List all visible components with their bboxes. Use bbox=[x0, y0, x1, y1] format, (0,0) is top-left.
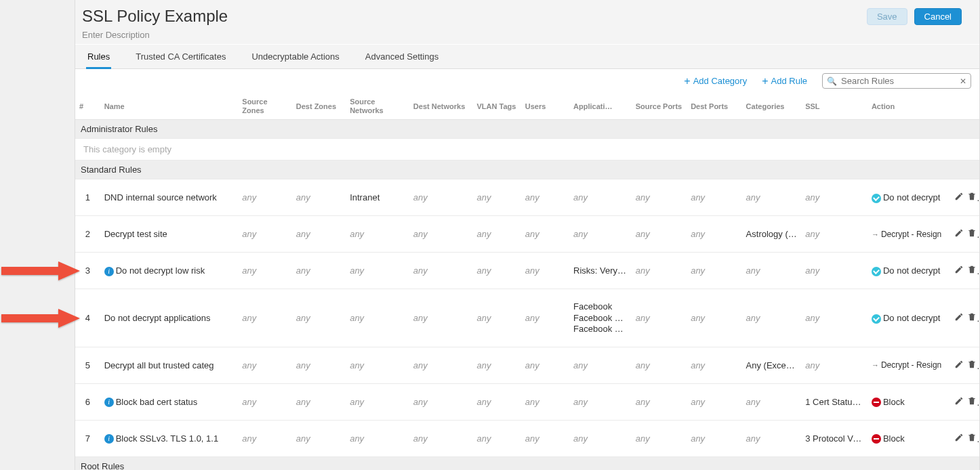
table-row[interactable]: 3iDo not decrypt low riskanyanyanyanyany… bbox=[75, 253, 979, 289]
resign-arrow-icon: → bbox=[872, 230, 879, 238]
info-icon: i bbox=[104, 434, 114, 444]
row-actions bbox=[950, 421, 979, 457]
do-not-decrypt-icon bbox=[872, 267, 881, 276]
table-row[interactable]: 5Decrypt all but trusted categanyanyanya… bbox=[75, 347, 979, 384]
tabs: RulesTrusted CA CertificatesUndecryptabl… bbox=[75, 45, 979, 69]
do-not-decrypt-icon bbox=[872, 194, 881, 203]
table-row[interactable]: 7iBlock SSLv3. TLS 1.0, 1.1anyanyanyanya… bbox=[75, 421, 979, 457]
callout-arrow-icon bbox=[0, 259, 81, 283]
rule-name: Do not decrypt applications bbox=[100, 289, 239, 347]
table-row[interactable]: 4Do not decrypt applicationsanyanyanyany… bbox=[75, 289, 979, 347]
row-actions bbox=[950, 216, 979, 253]
col-vlan: VLAN Tags bbox=[473, 93, 521, 120]
row-actions bbox=[950, 179, 979, 216]
tab-undecrypt[interactable]: Undecryptable Actions bbox=[250, 45, 340, 68]
col-src-zones: Source Zones bbox=[238, 93, 291, 120]
page-title: SSL Policy Example bbox=[82, 7, 228, 26]
block-icon bbox=[872, 434, 881, 444]
save-button[interactable]: Save bbox=[867, 8, 907, 25]
rule-name: iBlock bad cert status bbox=[100, 384, 239, 421]
edit-icon[interactable] bbox=[954, 396, 964, 408]
col-apps: Applicati… bbox=[569, 93, 632, 120]
row-actions bbox=[950, 253, 979, 289]
col-name: Name bbox=[100, 93, 239, 120]
cancel-button[interactable]: Cancel bbox=[914, 8, 962, 25]
delete-icon[interactable] bbox=[967, 228, 977, 240]
col-num: # bbox=[75, 93, 100, 120]
search-icon: 🔍 bbox=[827, 77, 837, 86]
info-icon: i bbox=[104, 398, 114, 407]
add-rule-button[interactable]: + Add Rule bbox=[762, 76, 807, 87]
rule-name: Decrypt all but trusted categ bbox=[100, 347, 239, 384]
col-categories: Categories bbox=[742, 93, 802, 120]
rule-name: Decrypt test site bbox=[100, 216, 239, 253]
tab-trusted[interactable]: Trusted CA Certificates bbox=[134, 45, 227, 68]
description-input[interactable]: Enter Description bbox=[82, 30, 228, 40]
row-actions bbox=[950, 289, 979, 347]
edit-icon[interactable] bbox=[954, 228, 964, 240]
add-category-label: Add Category bbox=[693, 76, 748, 86]
col-ssl: SSL bbox=[801, 93, 867, 120]
page-header: SSL Policy Example Enter Description Sav… bbox=[75, 0, 979, 45]
col-src-nets: Source Networks bbox=[346, 93, 409, 120]
callout-arrow-icon bbox=[0, 306, 81, 330]
add-rule-label: Add Rule bbox=[771, 76, 807, 86]
tab-rules[interactable]: Rules bbox=[86, 45, 111, 68]
search-field[interactable]: 🔍 ✕ bbox=[822, 73, 971, 89]
edit-icon[interactable] bbox=[954, 433, 964, 444]
col-dest-ports: Dest Ports bbox=[687, 93, 741, 120]
action-cell: Do not decrypt bbox=[867, 253, 950, 289]
col-dest-zones: Dest Zones bbox=[292, 93, 346, 120]
edit-icon[interactable] bbox=[954, 312, 964, 324]
info-icon: i bbox=[104, 267, 114, 276]
col-action: Action bbox=[867, 93, 950, 120]
block-icon bbox=[872, 398, 881, 407]
category-row: Standard Rules bbox=[75, 161, 979, 179]
rule-name: iBlock SSLv3. TLS 1.0, 1.1 bbox=[100, 421, 239, 457]
action-cell: →Decrypt - Resign bbox=[867, 216, 950, 253]
edit-icon[interactable] bbox=[954, 192, 964, 203]
edit-icon[interactable] bbox=[954, 265, 964, 276]
col-src-ports: Source Ports bbox=[632, 93, 687, 120]
delete-icon[interactable] bbox=[967, 396, 977, 408]
rules-table: # Name Source Zones Dest Zones Source Ne… bbox=[75, 93, 979, 470]
action-cell: →Decrypt - Resign bbox=[867, 347, 950, 384]
col-users: Users bbox=[521, 93, 569, 120]
rule-name: DND internal source network bbox=[100, 179, 239, 216]
action-cell: Block bbox=[867, 384, 950, 421]
col-dest-nets: Dest Networks bbox=[409, 93, 473, 120]
delete-icon[interactable] bbox=[967, 312, 977, 324]
search-input[interactable] bbox=[840, 75, 960, 87]
toolbar: + Add Category + Add Rule 🔍 ✕ bbox=[75, 69, 979, 93]
row-actions bbox=[950, 347, 979, 384]
tab-advanced[interactable]: Advanced Settings bbox=[364, 45, 440, 68]
action-cell: Do not decrypt bbox=[867, 179, 950, 216]
category-row: Administrator Rules bbox=[75, 120, 979, 139]
delete-icon[interactable] bbox=[967, 360, 977, 371]
table-row[interactable]: 6iBlock bad cert statusanyanyanyanyanyan… bbox=[75, 384, 979, 421]
edit-icon[interactable] bbox=[954, 360, 964, 371]
add-category-button[interactable]: + Add Category bbox=[684, 76, 747, 87]
delete-icon[interactable] bbox=[967, 433, 977, 444]
rule-name: iDo not decrypt low risk bbox=[100, 253, 239, 289]
table-row[interactable]: 1DND internal source networkanyanyIntran… bbox=[75, 179, 979, 216]
table-row[interactable]: 2Decrypt test siteanyanyanyanyanyanyanya… bbox=[75, 216, 979, 253]
category-row: Root Rules bbox=[75, 457, 979, 470]
resign-arrow-icon: → bbox=[872, 361, 879, 369]
delete-icon[interactable] bbox=[967, 265, 977, 276]
do-not-decrypt-icon bbox=[872, 314, 881, 324]
clear-icon[interactable]: ✕ bbox=[960, 77, 966, 86]
empty-row: This category is empty bbox=[75, 139, 979, 161]
action-cell: Do not decrypt bbox=[867, 289, 950, 347]
table-header: # Name Source Zones Dest Zones Source Ne… bbox=[75, 93, 979, 120]
action-cell: Block bbox=[867, 421, 950, 457]
plus-icon: + bbox=[684, 76, 690, 87]
plus-icon: + bbox=[762, 76, 768, 87]
delete-icon[interactable] bbox=[967, 192, 977, 203]
row-actions bbox=[950, 384, 979, 421]
